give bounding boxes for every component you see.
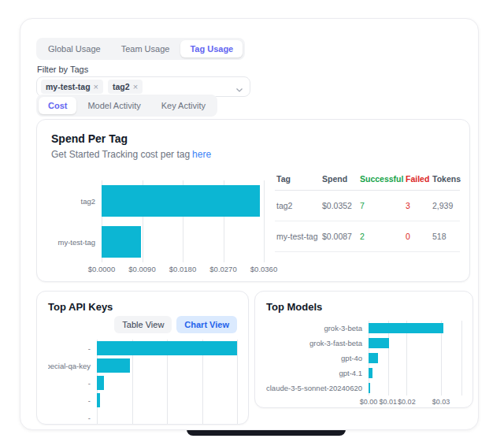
bar-row (97, 374, 237, 392)
table-cell: 7 (358, 191, 404, 221)
top-api-keys-card: Top API Keys Table ViewChart View -pecia… (36, 291, 249, 425)
table-header-successful: Successful (358, 171, 404, 191)
table-cell: tag2 (275, 191, 321, 221)
tag-chip-label: tag2 (113, 82, 130, 91)
x-axis-tick-label: $0.00 (360, 398, 378, 406)
report-type-tabs: CostModel ActivityKey Activity (36, 95, 217, 117)
bar (102, 185, 260, 217)
x-axis-tick-label: $0.0180 (169, 265, 196, 273)
x-axis-tick-label: $0.0360 (250, 265, 277, 273)
gridline (237, 340, 238, 425)
tag-chip-label: my-test-tag (46, 82, 91, 91)
usage-dashboard-panel: Global UsageTeam UsageTag Usage Filter b… (20, 18, 479, 430)
category-label: - (48, 409, 97, 425)
chart-plot-area (369, 321, 461, 396)
tab-cost[interactable]: Cost (39, 97, 76, 114)
table-cell: my-test-tag (275, 221, 321, 252)
bar (97, 393, 100, 407)
models-card-title: Top Models (266, 301, 461, 313)
tab-key-activity[interactable]: Key Activity (152, 97, 215, 114)
spend-per-tag-table: TagSpendSuccessfulFailedTokens tag2$0.03… (275, 171, 460, 276)
x-axis-tick-label: $0.01 (380, 398, 398, 406)
x-axis-tick-label: $0.02 (398, 398, 416, 406)
x-axis-tick-label: $0.0000 (88, 265, 115, 273)
top-models-card: Top Models grok-3-betagrok-3-fast-betagp… (254, 291, 473, 408)
chart-category-labels: grok-3-betagrok-3-fast-betagpt-4ogpt-4.1… (266, 321, 369, 396)
top-models-chart: grok-3-betagrok-3-fast-betagpt-4ogpt-4.1… (266, 321, 461, 408)
table-header-tokens: Tokens (431, 171, 460, 191)
table-header-tag: Tag (275, 171, 321, 191)
bar-row (102, 180, 264, 221)
table-cell: 0 (404, 221, 431, 252)
chart-plot-area (97, 340, 237, 425)
category-label: - (48, 340, 97, 357)
tab-tag-usage[interactable]: Tag Usage (180, 40, 243, 58)
bar (97, 341, 237, 355)
bar-row (97, 357, 237, 374)
remove-tag-icon[interactable]: × (133, 82, 138, 91)
table-row: tag2$0.0352732,939 (275, 191, 460, 221)
chart-category-labels: tag2my-test-tag (51, 180, 102, 262)
x-axis-ticks: $0.00$0.01$0.02$0.03 (369, 398, 461, 408)
remove-tag-icon[interactable]: × (94, 82, 98, 91)
spend-per-tag-chart: tag2my-test-tag$0.0000$0.0090$0.0180$0.0… (51, 180, 264, 276)
bar (97, 358, 130, 373)
get-started-link[interactable]: here (192, 149, 211, 160)
x-axis-tick-label: $0.03 (432, 398, 450, 406)
bar-row (369, 351, 461, 366)
tab-model-activity[interactable]: Model Activity (78, 97, 150, 114)
category-label: grok-3-beta (266, 321, 369, 336)
bar (369, 383, 370, 393)
category-label: gpt-4o (266, 351, 369, 366)
api-keys-card-title: Top API Keys (48, 301, 237, 313)
table-row: my-test-tag$0.008720518 (275, 221, 460, 252)
chart-category-labels: -pecial-qa-key--- (48, 340, 97, 425)
category-label: claude-3-5-sonnet-20240620 (266, 381, 369, 396)
chart-plot-area (102, 180, 264, 262)
chart-body: -pecial-qa-key--- (48, 340, 237, 425)
spend-card-title: Spend Per Tag (51, 132, 455, 145)
category-label: my-test-tag (51, 221, 102, 262)
filter-by-tags-label: Filter by Tags (37, 65, 88, 74)
spend-card-subtitle: Get Started Tracking cost per taghere (51, 149, 455, 160)
gridline (264, 180, 265, 262)
bar-row (102, 221, 264, 262)
bar (369, 368, 372, 378)
bar (369, 353, 378, 363)
table-cell: $0.0352 (321, 191, 358, 221)
x-axis-ticks: $0.0000$0.0090$0.0180$0.0270$0.0360 (102, 265, 264, 276)
category-label: - (48, 374, 97, 392)
tab-team-usage[interactable]: Team Usage (112, 40, 180, 58)
table-cell: 3 (404, 191, 431, 221)
bar-row (97, 409, 237, 425)
table-cell: 2,939 (431, 191, 460, 221)
bar-row (97, 340, 237, 357)
category-label: pecial-qa-key (48, 357, 97, 374)
tag-chip: my-test-tag× (41, 80, 103, 94)
bar-row (369, 321, 461, 336)
view-toggle-buttons: Table ViewChart View (48, 316, 237, 333)
table-cell: 2 (358, 221, 404, 252)
bar (97, 376, 104, 390)
chevron-down-icon[interactable] (235, 83, 243, 97)
table-view-button[interactable]: Table View (114, 316, 172, 333)
gridline (461, 321, 462, 396)
bar (102, 226, 141, 258)
bar-row (369, 366, 461, 381)
table-cell: 518 (431, 221, 460, 252)
category-label: tag2 (51, 180, 102, 221)
chart-body: tag2my-test-tag (51, 180, 264, 262)
table-cell: $0.0087 (321, 221, 358, 252)
bar-row (369, 381, 461, 396)
category-label: - (48, 392, 97, 409)
table-header-spend: Spend (321, 171, 358, 191)
chart-view-button[interactable]: Chart View (176, 316, 237, 333)
category-label: grok-3-fast-beta (266, 336, 369, 351)
category-label: gpt-4.1 (266, 366, 369, 381)
table-header-failed: Failed (404, 171, 431, 191)
tab-global-usage[interactable]: Global Usage (39, 40, 110, 58)
bar (369, 323, 443, 333)
bar-row (369, 336, 461, 351)
top-api-keys-chart: -pecial-qa-key--- (48, 340, 237, 425)
tag-chip: tag2× (108, 80, 143, 94)
